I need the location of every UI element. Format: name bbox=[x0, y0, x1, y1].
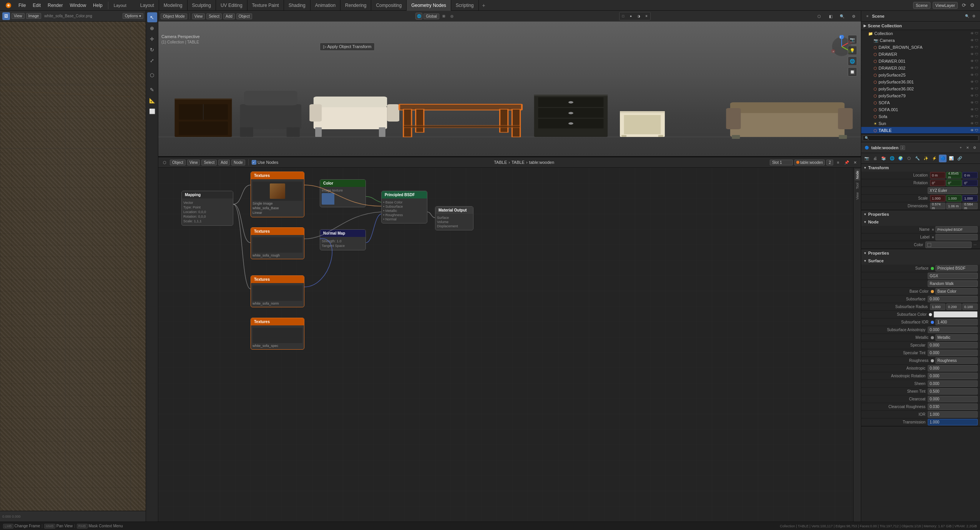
location-z[interactable]: 0 m bbox=[962, 172, 978, 178]
transform-tool[interactable]: ⬡ bbox=[147, 70, 157, 80]
props-tab-output[interactable]: 🖨 bbox=[871, 155, 879, 162]
transform-section-title[interactable]: Transform bbox=[861, 164, 980, 172]
props-options-btn[interactable]: ⚙ bbox=[972, 145, 978, 151]
props-tab-modifier[interactable]: 🔧 bbox=[914, 155, 921, 162]
render-menu[interactable]: Render bbox=[45, 2, 66, 9]
base-color-value[interactable]: Base Color bbox=[935, 288, 978, 295]
subsurface-method-dropdown[interactable]: Random Walk bbox=[928, 280, 978, 287]
tab-uv-editing[interactable]: UV Editing bbox=[216, 0, 247, 11]
tree-camera[interactable]: 📷 Camera 👁 🛡 bbox=[861, 37, 980, 44]
anisotropic-value[interactable]: 0.000 bbox=[928, 365, 978, 372]
obj-properties-title[interactable]: Properties bbox=[861, 210, 980, 218]
scale-z[interactable]: 1.000 bbox=[962, 195, 978, 202]
measure-tool[interactable]: 📐 bbox=[147, 95, 157, 105]
uv-image-menu[interactable]: Image bbox=[26, 13, 42, 19]
location-y[interactable]: 4.8545 m bbox=[946, 172, 962, 178]
props-delete-btn[interactable]: ✕ bbox=[965, 145, 971, 151]
node-color-options-btn[interactable]: ⋯ bbox=[972, 242, 978, 248]
edit-menu[interactable]: Edit bbox=[30, 2, 44, 9]
props-tab-constraints[interactable]: 🔗 bbox=[956, 155, 963, 162]
subsurface-color-bar[interactable] bbox=[933, 311, 978, 318]
tab-shading[interactable]: Shading bbox=[284, 0, 311, 11]
props-mode-icon[interactable]: 🔵 bbox=[864, 145, 870, 151]
distribution-dropdown[interactable]: GGX bbox=[928, 273, 978, 279]
tab-animation[interactable]: Animation bbox=[311, 0, 341, 11]
sub-radius-3[interactable]: 0.100 bbox=[962, 303, 978, 310]
world-icon[interactable]: 🌐 bbox=[848, 57, 857, 66]
window-menu[interactable]: Window bbox=[66, 2, 89, 9]
metallic-value[interactable]: Metallic bbox=[935, 334, 978, 341]
rotation-mode-dropdown[interactable]: XYZ Euler bbox=[928, 187, 978, 194]
ior-value[interactable]: 1.000 bbox=[928, 411, 978, 418]
viewport-view-menu[interactable]: View bbox=[192, 13, 205, 19]
tab-rendering[interactable]: Rendering bbox=[341, 0, 371, 11]
tab-layout[interactable]: Layout bbox=[136, 0, 159, 11]
node-select-menu[interactable]: Select bbox=[201, 160, 217, 165]
props-tab-render[interactable]: 📷 bbox=[863, 155, 870, 162]
node-view-menu[interactable]: View bbox=[187, 160, 200, 165]
xray-btn[interactable]: ◧ bbox=[826, 11, 835, 21]
add-tool[interactable]: ⬜ bbox=[147, 106, 157, 116]
sub-radius-1[interactable]: 1.000 bbox=[930, 303, 945, 310]
outliner-filter-btn[interactable]: 🔍 bbox=[964, 13, 970, 19]
props-tab-scene[interactable]: 🌐 bbox=[888, 155, 896, 162]
slot-selector[interactable]: Slot 1 bbox=[770, 160, 793, 165]
tree-sofa[interactable]: ⬡ SOFA 👁 🛡 bbox=[861, 99, 980, 106]
clearcoat-value[interactable]: 0.000 bbox=[928, 396, 978, 402]
props-tab-physics[interactable]: ⚡ bbox=[930, 155, 938, 162]
tree-dark-brown-sofa[interactable]: ⬡ DARK_BROWN_SOFA 👁 🛡 bbox=[861, 44, 980, 51]
material-selector[interactable]: table:wooden bbox=[794, 160, 825, 165]
shading-material-btn[interactable]: ◑ bbox=[635, 13, 642, 20]
node-section-title[interactable]: Node bbox=[861, 218, 980, 226]
sub-aniso-value[interactable]: 0.000 bbox=[928, 327, 978, 333]
transmission-value[interactable]: 1.000 bbox=[928, 419, 978, 425]
rotation-y[interactable]: 0° bbox=[946, 180, 962, 186]
options-viewport-btn[interactable]: ⚙ bbox=[849, 11, 859, 21]
rotation-x[interactable]: 0° bbox=[930, 180, 945, 186]
file-menu[interactable]: File bbox=[15, 2, 29, 9]
location-x[interactable]: 0 m bbox=[930, 172, 945, 178]
tree-drawer-002[interactable]: ⬡ DRAWER.002 👁 🛡 bbox=[861, 65, 980, 72]
uv-view-menu[interactable]: View bbox=[12, 13, 25, 19]
delete-material-btn[interactable]: ✕ bbox=[852, 159, 859, 166]
shading-wire-btn[interactable]: □ bbox=[620, 13, 627, 20]
scene-selector[interactable]: Scene bbox=[913, 2, 930, 9]
tree-polysurface25[interactable]: ⬡ polySurface25 👁 🛡 bbox=[861, 72, 980, 78]
props-tab-material[interactable]: 🔵 bbox=[939, 155, 947, 162]
object-icon[interactable]: 🔲 bbox=[848, 67, 857, 77]
specular-tint-value[interactable]: 0.000 bbox=[928, 350, 978, 356]
node-add-menu[interactable]: Add bbox=[218, 160, 230, 165]
shading-solid-btn[interactable]: ● bbox=[628, 13, 635, 20]
node-tab-active[interactable]: Node bbox=[855, 169, 860, 181]
tree-polysurface79[interactable]: ⬡ polySurface79 👁 🛡 bbox=[861, 92, 980, 99]
tree-polysurface36-002[interactable]: ⬡ polySurface36.002 👁 🛡 bbox=[861, 85, 980, 92]
pin-material-btn[interactable]: 📌 bbox=[843, 159, 850, 166]
overlay-btn[interactable]: ⬡ bbox=[814, 11, 824, 21]
tree-polysurface36-001[interactable]: ⬡ polySurface36.001 👁 🛡 bbox=[861, 78, 980, 85]
surface-section-title[interactable]: Surface bbox=[861, 257, 980, 265]
node-tab-tool[interactable]: Tool bbox=[855, 181, 860, 191]
surface-type-value[interactable]: Principled BSDF bbox=[935, 265, 978, 272]
camera-icon[interactable]: 📷 bbox=[848, 35, 857, 44]
node-object-menu[interactable]: Object bbox=[170, 160, 186, 165]
dim-y[interactable]: 1.06 m bbox=[946, 203, 962, 209]
uv-editor-mode-btn[interactable]: 🖼 bbox=[2, 12, 10, 20]
dim-z[interactable]: 0.584 m bbox=[962, 203, 978, 209]
tab-sculpting[interactable]: Sculpting bbox=[188, 0, 216, 11]
tab-modeling[interactable]: Modeling bbox=[159, 0, 188, 11]
lamp-icon[interactable]: 💡 bbox=[848, 46, 857, 55]
cursor-tool[interactable]: ⊕ bbox=[147, 23, 157, 33]
clearcoat-roughness-value[interactable]: 0.030 bbox=[928, 403, 978, 410]
scale-x[interactable]: 1.000 bbox=[930, 195, 945, 202]
sheen-tint-value[interactable]: 0.500 bbox=[928, 388, 978, 395]
props-tab-object[interactable]: ⬡ bbox=[905, 155, 913, 162]
outliner-search-input[interactable]: 🔍 bbox=[863, 135, 978, 141]
props-tab-view-layer[interactable]: 📚 bbox=[880, 155, 887, 162]
sub-radius-2[interactable]: 0.200 bbox=[946, 303, 962, 310]
tree-sun[interactable]: ☀ Sun 👁 🛡 bbox=[861, 120, 980, 127]
use-nodes-toggle[interactable]: ✓ Use Nodes bbox=[252, 160, 278, 165]
sheen-value[interactable]: 0.000 bbox=[928, 380, 978, 387]
viewport-gizmo-btn[interactable]: 🌐 bbox=[415, 13, 422, 20]
tree-table-selected[interactable]: ⬡ TABLE 👁 🛡 bbox=[861, 127, 980, 134]
node-tab-view[interactable]: View bbox=[855, 191, 860, 201]
